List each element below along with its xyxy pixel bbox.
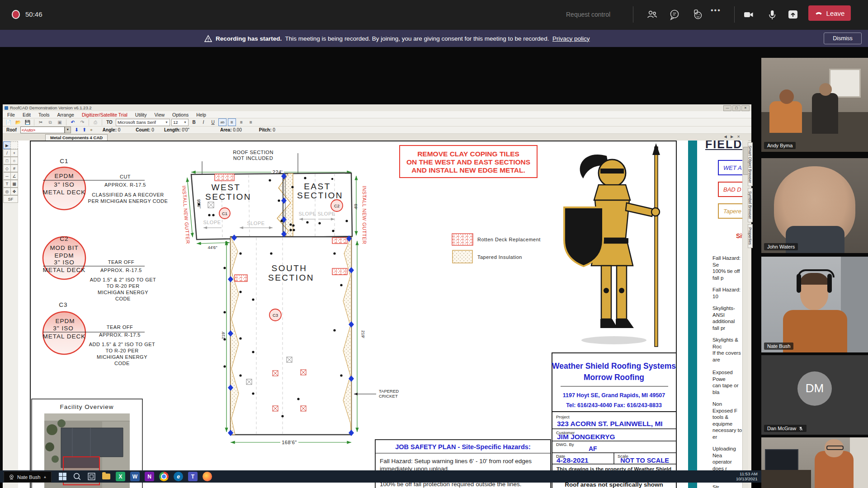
paste-icon[interactable]: ▣ bbox=[56, 118, 64, 126]
microphone-icon[interactable] bbox=[766, 8, 778, 21]
rect-tool-icon[interactable]: □ bbox=[3, 157, 11, 164]
pan-tool-icon[interactable]: ✥ bbox=[10, 188, 18, 195]
side-panel-tabs: Smart Object Browser Symbol Browser Prop… bbox=[748, 142, 753, 250]
underline-button[interactable]: U bbox=[209, 118, 217, 126]
close-button[interactable]: ✕ bbox=[741, 105, 750, 111]
leave-button[interactable]: Leave bbox=[808, 5, 851, 21]
dimension-tool-icon[interactable]: ─ bbox=[3, 172, 11, 180]
print-icon[interactable]: ⎙ bbox=[91, 118, 99, 126]
grid-tool-icon[interactable]: ▦ bbox=[10, 180, 18, 188]
bold-button[interactable]: B bbox=[190, 118, 198, 126]
reactions-icon[interactable] bbox=[691, 8, 703, 21]
participants-icon[interactable] bbox=[646, 8, 658, 21]
italic-button[interactable]: I bbox=[199, 118, 208, 126]
text-tool-icon[interactable]: T bbox=[3, 180, 11, 188]
move-down-icon[interactable]: ⬇ bbox=[75, 127, 79, 133]
video-tile-john-waters[interactable]: John Waters bbox=[761, 158, 868, 253]
west-title-1: WEST bbox=[212, 183, 241, 192]
word-icon[interactable]: W bbox=[130, 472, 140, 481]
video-tile-andy-byma[interactable]: Andy Byma bbox=[761, 58, 868, 152]
align-left-button[interactable]: ≡ bbox=[228, 118, 236, 126]
sf-tool-icon[interactable]: SF bbox=[3, 195, 18, 203]
chrome-icon[interactable] bbox=[159, 472, 169, 481]
participant-name: Nate Bush bbox=[767, 343, 790, 349]
new-file-icon[interactable]: 📄 bbox=[5, 118, 13, 126]
camera-icon[interactable] bbox=[742, 8, 755, 21]
video-tile-room[interactable] bbox=[761, 437, 868, 488]
legend-rotten-label: Rotten Deck Replacement bbox=[477, 237, 541, 242]
file-explorer-icon[interactable] bbox=[101, 472, 111, 481]
menu-file[interactable]: File bbox=[7, 112, 15, 117]
excel-icon[interactable]: X bbox=[116, 472, 125, 481]
redo-icon[interactable]: ↷ bbox=[78, 118, 86, 126]
video-tile-dan-mcgraw[interactable]: DM Dan McGraw bbox=[761, 355, 868, 435]
pane-controls[interactable]: ◀ ▶ ✕ bbox=[724, 135, 741, 139]
menu-tools[interactable]: Tools bbox=[38, 112, 50, 117]
c2-n3: MICHIGAN ENERGY bbox=[98, 290, 148, 295]
window-titlebar[interactable]: RoofCAD Demonstration Version v6.1.23.2 … bbox=[3, 104, 751, 111]
move-up-icon[interactable]: ⬆ bbox=[82, 127, 86, 133]
diamond-tool-icon[interactable]: ◇ bbox=[3, 164, 11, 172]
minimize-button[interactable]: — bbox=[723, 105, 731, 111]
system-clock[interactable]: 11:53 AM 10/13/2021 bbox=[736, 471, 758, 481]
request-control-button[interactable]: Request control bbox=[566, 11, 610, 18]
menu-options[interactable]: Options bbox=[172, 112, 189, 117]
privacy-policy-link[interactable]: Privacy policy bbox=[552, 35, 590, 42]
circle-tool-icon[interactable]: ○ bbox=[10, 157, 18, 164]
align-right-button[interactable]: ≡ bbox=[247, 118, 255, 126]
firefox-icon[interactable] bbox=[203, 472, 212, 481]
text-style-button[interactable]: ab bbox=[218, 118, 226, 126]
tab-properties[interactable]: Properties bbox=[748, 224, 753, 248]
drawing-canvas[interactable]: C1 EPDM 3" ISO METAL DECK CUT APPROX. R-… bbox=[18, 141, 744, 488]
cut-icon[interactable]: ✂ bbox=[37, 118, 45, 126]
align-center-button[interactable]: ≡ bbox=[237, 118, 245, 126]
menubar: File Edit Tools Arrange Digitizer/Satell… bbox=[3, 111, 751, 118]
line-tool-icon[interactable]: / bbox=[3, 149, 11, 157]
roof-select-arrow[interactable]: ▼ bbox=[65, 127, 71, 133]
chat-icon[interactable] bbox=[668, 8, 681, 21]
angle-tool-icon[interactable]: ∠ bbox=[10, 172, 18, 180]
more-options-icon[interactable]: ••• bbox=[711, 6, 723, 19]
roof-select[interactable]: <Auto> bbox=[20, 127, 65, 133]
maximize-button[interactable]: ▢ bbox=[732, 105, 741, 111]
onenote-icon[interactable]: N bbox=[145, 472, 154, 481]
tab-smart-object-browser[interactable]: Smart Object Browser bbox=[748, 142, 753, 186]
participant-name: John Waters bbox=[767, 244, 795, 249]
menu-arrange[interactable]: Arrange bbox=[57, 112, 74, 117]
save-icon[interactable]: 💾 bbox=[24, 118, 32, 126]
menu-utility[interactable]: Utility bbox=[135, 112, 147, 117]
presenter-flyout[interactable]: Nate Bush ▲ bbox=[4, 471, 52, 483]
to-button[interactable]: TO bbox=[104, 118, 114, 126]
open-file-icon[interactable]: 📂 bbox=[14, 118, 22, 126]
share-screen-icon[interactable] bbox=[787, 8, 799, 21]
edge-icon[interactable]: e bbox=[174, 472, 183, 481]
copy-icon[interactable]: ⧉ bbox=[46, 118, 54, 126]
teams-icon[interactable]: T bbox=[188, 472, 198, 481]
undo-icon[interactable]: ↶ bbox=[69, 118, 77, 126]
menu-edit[interactable]: Edit bbox=[23, 112, 31, 117]
menu-help[interactable]: Help bbox=[196, 112, 206, 117]
avatar: DM bbox=[797, 371, 832, 406]
banner-text: This meeting is being recorded. By joini… bbox=[285, 35, 549, 42]
font-size-select[interactable]: 12▼ bbox=[171, 119, 189, 126]
select-tool-icon[interactable]: ▶ bbox=[3, 141, 11, 149]
polyline-tool-icon[interactable]: + bbox=[10, 149, 18, 157]
tab-metal-components[interactable]: Metal Components 4 CAD bbox=[45, 134, 108, 141]
probe-icon[interactable]: ⌖ bbox=[90, 127, 93, 133]
tray-date: 10/13/2021 bbox=[736, 476, 758, 481]
zoom-tool-icon[interactable]: ◎ bbox=[3, 188, 11, 195]
task-view-icon[interactable] bbox=[87, 472, 96, 481]
search-icon[interactable] bbox=[72, 472, 82, 481]
start-button-icon[interactable] bbox=[58, 472, 67, 481]
tab-symbol-browser[interactable]: Symbol Browser bbox=[748, 188, 753, 222]
menu-digitizer[interactable]: Digitizer/Satellite Trial bbox=[82, 112, 127, 117]
hatch-tool-icon[interactable]: # bbox=[10, 164, 18, 172]
recording-banner: Recording has started. This meeting is b… bbox=[0, 30, 868, 47]
font-select[interactable]: Microsoft Sans Serif▼ bbox=[116, 119, 170, 126]
c3-r2: APPROX. R-17.5 bbox=[99, 332, 141, 338]
video-tile-nate-bush[interactable]: Nate Bush bbox=[761, 257, 868, 352]
dismiss-button[interactable]: Dismiss bbox=[824, 33, 862, 44]
hazard-note: Skylights & Roc If the covers are bbox=[712, 337, 742, 363]
marquee-tool-icon[interactable] bbox=[10, 141, 18, 149]
menu-view[interactable]: View bbox=[155, 112, 165, 117]
